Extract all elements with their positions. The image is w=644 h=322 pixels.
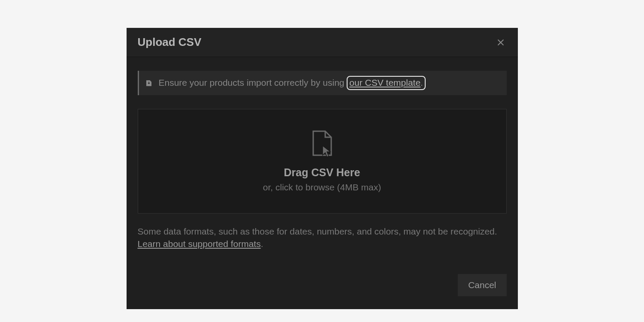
file-dropzone[interactable]: Drag CSV Here or, click to browse (4MB m… bbox=[138, 109, 507, 214]
footnote-after: . bbox=[261, 239, 263, 249]
upload-csv-modal: Upload CSV Ensure your products import c… bbox=[127, 28, 518, 309]
cancel-button[interactable]: Cancel bbox=[458, 274, 506, 296]
csv-template-link[interactable]: our CSV template bbox=[349, 78, 420, 87]
file-cursor-icon bbox=[311, 130, 334, 159]
dropzone-subtitle: or, click to browse (4MB max) bbox=[263, 182, 381, 193]
info-link-highlight: our CSV template. bbox=[347, 76, 426, 90]
info-banner: Ensure your products import correctly by… bbox=[138, 71, 507, 95]
modal-header: Upload CSV bbox=[127, 28, 518, 57]
modal-footer: Cancel bbox=[127, 274, 518, 309]
close-icon bbox=[496, 38, 505, 47]
supported-formats-link[interactable]: Learn about supported formats bbox=[138, 239, 261, 249]
info-text-before: Ensure your products import correctly by… bbox=[159, 78, 345, 87]
close-button[interactable] bbox=[495, 36, 507, 48]
footnote-text: Some data formats, such as those for dat… bbox=[138, 226, 507, 250]
modal-title: Upload CSV bbox=[138, 36, 202, 49]
info-text: Ensure your products import correctly by… bbox=[159, 76, 426, 90]
download-icon bbox=[145, 79, 153, 87]
dropzone-title: Drag CSV Here bbox=[284, 166, 360, 179]
info-text-after: . bbox=[420, 78, 423, 87]
modal-body: Ensure your products import correctly by… bbox=[127, 57, 518, 274]
footnote-before: Some data formats, such as those for dat… bbox=[138, 226, 497, 236]
